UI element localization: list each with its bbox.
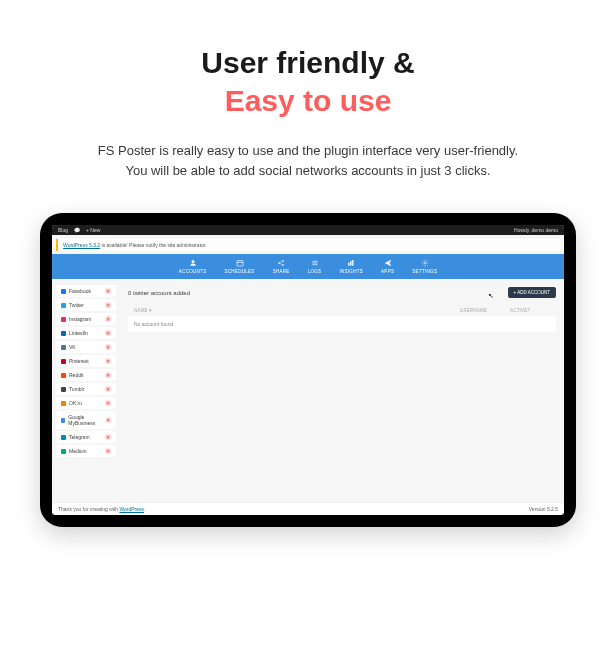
app-body: Facebook✕Twitter✕Instagram✕LinkedIn✕VK✕P… xyxy=(52,279,564,502)
table-header: NAME ▾ USERNAME ACTIVE? xyxy=(128,304,556,316)
sidebar-item-ok-ru[interactable]: OK.ru✕ xyxy=(56,397,116,409)
sidebar-item-label: LinkedIn xyxy=(69,330,88,336)
sidebar-item-vk[interactable]: VK✕ xyxy=(56,341,116,353)
list-icon xyxy=(311,259,319,267)
account-count-title: 0 twitter account added xyxy=(128,290,190,296)
hero-title: User friendly & Easy to use xyxy=(40,44,576,119)
sidebar-item-label: Medium xyxy=(69,448,87,454)
status-badge: ✕ xyxy=(105,316,111,322)
main-header: 0 twitter account added + ADD ACCOUNT xyxy=(128,285,556,304)
status-badge: ✕ xyxy=(105,330,111,336)
share-icon xyxy=(277,259,285,267)
wp-update-notice: WordPress 5.3.2 is available! Please not… xyxy=(56,239,560,251)
sidebar-item-label: Facebook xyxy=(69,288,91,294)
sidebar-item-label: Pinterest xyxy=(69,358,89,364)
tablet-frame: Blog 💬 + New Howdy, demo demo WordPress … xyxy=(40,213,576,527)
hero-title-line1: User friendly & xyxy=(201,46,414,79)
comments-icon[interactable]: 💬 xyxy=(74,227,80,233)
empty-state-text: No account found xyxy=(134,321,173,327)
sidebar-item-twitter[interactable]: Twitter✕ xyxy=(56,299,116,311)
hero-title-line2: Easy to use xyxy=(225,84,392,117)
nav-schedules[interactable]: SCHEDULES xyxy=(224,259,254,274)
svg-line-7 xyxy=(280,264,283,265)
svg-point-3 xyxy=(279,263,280,264)
tablet-frame-wrap: Blog 💬 + New Howdy, demo demo WordPress … xyxy=(0,199,616,557)
network-icon xyxy=(61,373,66,378)
network-icon xyxy=(61,345,66,350)
status-badge: ✕ xyxy=(105,386,111,392)
nav-insights[interactable]: INSIGHTS xyxy=(339,259,363,274)
col-name[interactable]: NAME ▾ xyxy=(134,308,460,313)
status-badge: ✕ xyxy=(105,372,111,378)
col-username: USERNAME xyxy=(460,308,510,313)
sidebar-item-telegram[interactable]: Telegram✕ xyxy=(56,431,116,443)
calendar-icon xyxy=(236,259,244,267)
svg-point-0 xyxy=(191,261,194,264)
network-icon xyxy=(61,331,66,336)
main-nav: ACCOUNTS SCHEDULES SHARE LOGS INSIGHTS xyxy=(52,254,564,279)
sidebar-item-instagram[interactable]: Instagram✕ xyxy=(56,313,116,325)
table-body: No account found xyxy=(128,316,556,332)
sidebar-item-linkedin[interactable]: LinkedIn✕ xyxy=(56,327,116,339)
sidebar-item-label: Instagram xyxy=(69,316,91,322)
network-icon xyxy=(61,303,66,308)
sidebar-item-label: OK.ru xyxy=(69,400,82,406)
network-icon xyxy=(61,317,66,322)
blog-link[interactable]: Blog xyxy=(58,227,68,233)
app-screen: Blog 💬 + New Howdy, demo demo WordPress … xyxy=(52,225,564,515)
nav-share[interactable]: SHARE xyxy=(273,259,290,274)
nav-logs[interactable]: LOGS xyxy=(308,259,322,274)
send-icon xyxy=(384,259,392,267)
svg-point-4 xyxy=(283,261,284,262)
sidebar-item-label: VK xyxy=(69,344,76,350)
svg-rect-13 xyxy=(353,261,354,266)
nav-accounts[interactable]: ACCOUNTS xyxy=(179,259,207,274)
new-link[interactable]: + New xyxy=(86,227,100,233)
status-badge: ✕ xyxy=(105,434,111,440)
nav-settings[interactable]: SETTINGS xyxy=(412,259,437,274)
sidebar-item-tumblr[interactable]: Tumblr✕ xyxy=(56,383,116,395)
wordpress-link[interactable]: WordPress xyxy=(119,506,144,512)
wp-version-link[interactable]: WordPress 5.3.2 xyxy=(63,242,100,248)
network-icon xyxy=(61,449,66,454)
network-icon xyxy=(61,359,66,364)
wp-footer: Thank you for creating with WordPress. V… xyxy=(52,502,564,515)
status-badge: ✕ xyxy=(105,288,111,294)
status-badge: ✕ xyxy=(105,400,111,406)
status-badge: ✕ xyxy=(105,344,111,350)
hero-description: FS Poster is really easy to use and the … xyxy=(40,141,576,181)
sidebar-item-medium[interactable]: Medium✕ xyxy=(56,445,116,457)
svg-rect-12 xyxy=(351,262,352,266)
network-icon xyxy=(61,401,66,406)
sidebar-item-label: Google MyBusiness xyxy=(68,414,106,426)
svg-rect-11 xyxy=(349,263,350,266)
svg-line-6 xyxy=(280,262,283,263)
sidebar-item-google-mybusiness[interactable]: Google MyBusiness✕ xyxy=(56,411,116,429)
network-icon xyxy=(61,418,65,423)
network-icon xyxy=(61,289,66,294)
sidebar-item-reddit[interactable]: Reddit✕ xyxy=(56,369,116,381)
network-sidebar: Facebook✕Twitter✕Instagram✕LinkedIn✕VK✕P… xyxy=(52,279,120,502)
status-badge: ✕ xyxy=(105,358,111,364)
gear-icon xyxy=(421,259,429,267)
sidebar-item-label: Reddit xyxy=(69,372,83,378)
wp-admin-bar: Blog 💬 + New Howdy, demo demo xyxy=(52,225,564,235)
sidebar-item-label: Twitter xyxy=(69,302,84,308)
status-badge: ✕ xyxy=(106,417,111,423)
user-icon xyxy=(189,259,197,267)
svg-rect-1 xyxy=(237,261,243,266)
main-panel: 0 twitter account added + ADD ACCOUNT NA… xyxy=(120,279,564,502)
add-account-button[interactable]: + ADD ACCOUNT xyxy=(508,287,556,298)
hero-section: User friendly & Easy to use FS Poster is… xyxy=(0,0,616,199)
svg-point-14 xyxy=(424,262,426,264)
network-icon xyxy=(61,387,66,392)
network-icon xyxy=(61,435,66,440)
version-label: Version 5.2.5 xyxy=(529,506,558,512)
sidebar-item-facebook[interactable]: Facebook✕ xyxy=(56,285,116,297)
sidebar-item-label: Telegram xyxy=(69,434,90,440)
sidebar-item-pinterest[interactable]: Pinterest✕ xyxy=(56,355,116,367)
howdy-text[interactable]: Howdy, demo demo xyxy=(514,227,558,233)
nav-apps[interactable]: APPS xyxy=(381,259,394,274)
chart-icon xyxy=(347,259,355,267)
svg-point-5 xyxy=(283,265,284,266)
